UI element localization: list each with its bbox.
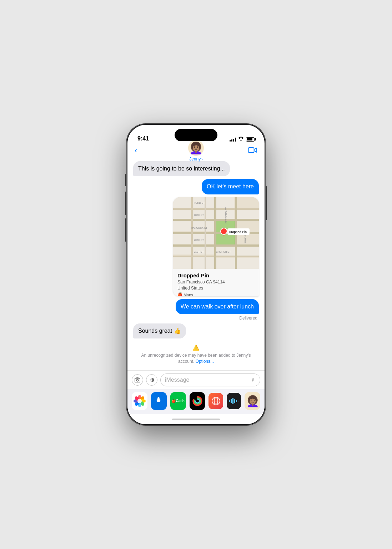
svg-text:FORD ST: FORD ST — [194, 202, 205, 204]
svg-rect-2 — [173, 197, 191, 208]
svg-text:HANCOCK ST: HANCOCK ST — [191, 227, 208, 229]
phone-device: 9:41 — [126, 124, 266, 425]
mic-icon: 🎙 — [251, 377, 256, 383]
back-chevron-icon: ‹ — [135, 147, 137, 154]
svg-rect-15 — [173, 246, 191, 254]
input-bar: iMessage 🎙 — [127, 370, 265, 389]
svg-rect-20 — [193, 256, 214, 269]
silent-switch — [125, 174, 126, 186]
svg-rect-31 — [205, 197, 206, 269]
svg-rect-19 — [173, 256, 191, 269]
map-title: Dropped Pin — [177, 272, 255, 278]
tray-app-memoji[interactable]: 👩🏽‍🦱 — [245, 392, 260, 410]
tray-app-globe[interactable] — [208, 393, 223, 409]
svg-rect-16 — [193, 246, 214, 254]
warning-icon: ⚠️ — [192, 344, 200, 351]
svg-text:20TH ST: 20TH ST — [194, 239, 204, 241]
tray-app-appstore[interactable] — [151, 392, 167, 410]
map-preview: FORD ST 18TH ST HANCOCK ST 20TH ST 21ST … — [173, 197, 259, 269]
battery-icon — [246, 137, 255, 142]
svg-rect-18 — [237, 247, 259, 256]
map-attachment[interactable]: FORD ST 18TH ST HANCOCK ST 20TH ST 21ST … — [173, 197, 259, 296]
svg-rect-64 — [229, 400, 230, 402]
svg-rect-13 — [173, 233, 191, 244]
delivered-status: Delivered — [127, 316, 257, 321]
svg-text:21ST ST: 21ST ST — [194, 251, 204, 253]
nav-bar: ‹ 👩🏽‍🦱 Jenny › — [127, 145, 265, 158]
svg-rect-65 — [231, 399, 232, 403]
contact-header[interactable]: 👩🏽‍🦱 Jenny › — [188, 140, 204, 162]
svg-rect-5 — [173, 210, 191, 219]
svg-rect-69 — [238, 401, 239, 401]
tray-app-sound[interactable] — [227, 393, 241, 409]
svg-point-44 — [136, 379, 139, 381]
volume-up-button — [125, 192, 126, 215]
message-bubble-sent-1[interactable]: OK let's meet here — [202, 179, 259, 194]
apps-button[interactable] — [146, 374, 157, 386]
message-bubble-received-2[interactable]: Sounds great 👍 — [133, 323, 186, 338]
svg-rect-29 — [214, 197, 216, 269]
security-alert: ⚠️ An unrecognized device may have been … — [127, 341, 265, 367]
svg-rect-28 — [191, 197, 193, 269]
avatar: 👩🏽‍🦱 — [188, 140, 204, 156]
map-source: 🍎 Maps — [177, 292, 255, 296]
message-bubble-sent-2[interactable]: We can walk over after lunch — [176, 299, 259, 314]
status-icons — [230, 137, 255, 143]
alert-options-link[interactable]: Options... — [196, 359, 214, 364]
phone-screen: 9:41 — [127, 125, 265, 424]
messages-area: This is going to be so interesting... OK… — [127, 158, 265, 370]
map-info: Dropped Pin San Francisco CA 94114 Unite… — [173, 269, 259, 296]
dynamic-island — [175, 129, 217, 141]
home-indicator — [127, 414, 265, 424]
back-button[interactable]: ‹ — [135, 147, 137, 154]
svg-rect-0 — [248, 148, 254, 153]
svg-text:CHURCH ST: CHURCH ST — [216, 251, 231, 253]
contact-name: Jenny › — [189, 157, 203, 162]
svg-rect-21 — [215, 258, 235, 269]
svg-rect-8 — [236, 210, 259, 219]
svg-text:Dropped Pin: Dropped Pin — [229, 230, 247, 234]
input-placeholder: iMessage — [165, 377, 189, 383]
svg-rect-43 — [135, 379, 140, 382]
svg-rect-68 — [236, 400, 237, 402]
svg-rect-22 — [237, 258, 259, 269]
power-button — [266, 186, 267, 220]
status-time: 9:41 — [137, 135, 149, 143]
svg-point-58 — [195, 399, 199, 403]
svg-rect-66 — [232, 398, 233, 404]
svg-rect-4 — [216, 197, 234, 208]
home-bar — [172, 419, 220, 420]
svg-point-55 — [137, 399, 142, 403]
message-input[interactable]: iMessage 🎙 — [160, 374, 260, 386]
svg-rect-9 — [173, 221, 191, 231]
alert-text: An unrecognized device may have been add… — [138, 352, 254, 365]
app-tray: 🍎Cash — [127, 389, 265, 414]
svg-rect-14 — [193, 233, 214, 244]
svg-text:18TH ST: 18TH ST — [194, 214, 204, 216]
camera-button[interactable] — [132, 374, 143, 386]
map-address: San Francisco CA 94114 United States — [177, 279, 255, 291]
tray-app-fitness[interactable] — [190, 392, 205, 410]
wifi-icon — [238, 137, 244, 142]
tray-app-cash[interactable]: 🍎Cash — [170, 392, 186, 410]
svg-rect-10 — [193, 221, 214, 231]
svg-text:FERRERO ST: FERRERO ST — [225, 207, 227, 223]
svg-rect-67 — [234, 399, 235, 403]
video-call-button[interactable] — [248, 147, 257, 155]
message-bubble-received-1[interactable]: This is going to be so interesting... — [133, 161, 230, 176]
svg-point-40 — [221, 228, 227, 234]
tray-app-photos[interactable] — [132, 392, 147, 410]
volume-down-button — [125, 218, 126, 242]
signal-icon — [230, 137, 236, 142]
